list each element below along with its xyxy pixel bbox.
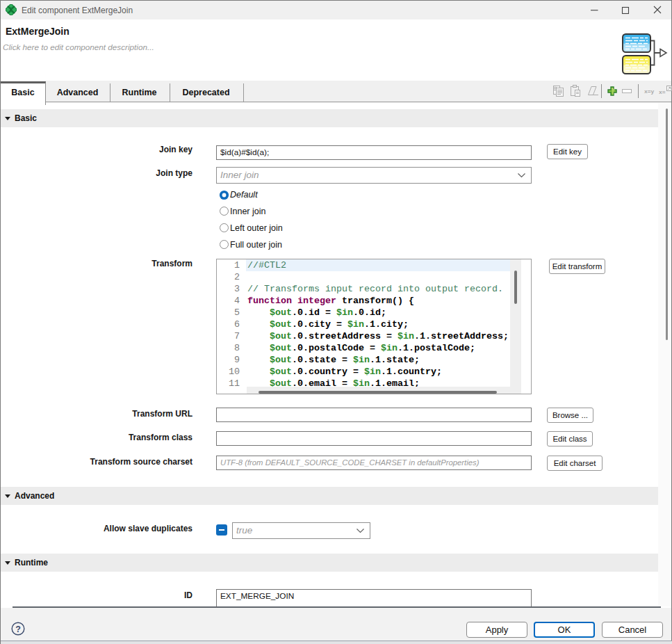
- svg-text:x=: x=: [659, 89, 666, 95]
- svg-text:x=y: x=y: [644, 88, 655, 95]
- svg-text:?: ?: [15, 625, 21, 634]
